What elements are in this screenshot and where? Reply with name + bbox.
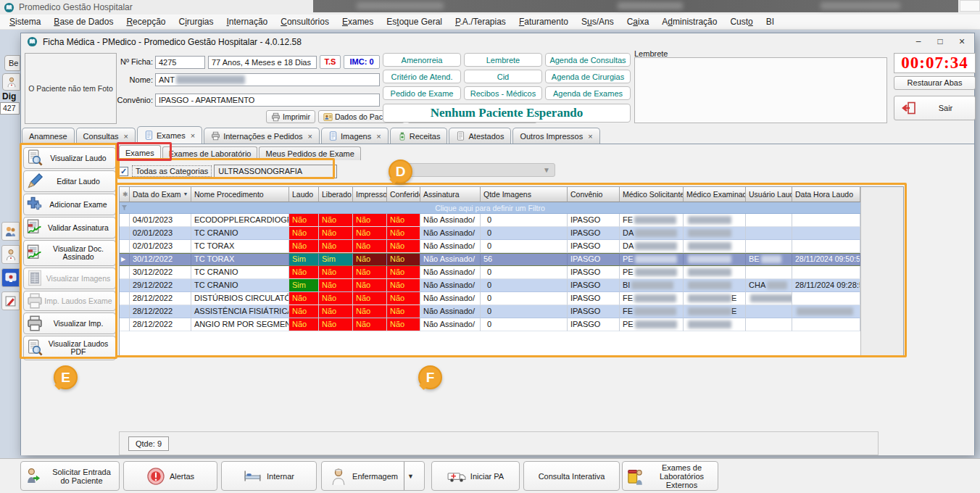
restore-tabs-button[interactable]: Restaurar Abas (894, 76, 976, 90)
column-header-qtde-imagens[interactable]: Qtde Imagens (481, 187, 568, 202)
cell-laudo[interactable]: Não (289, 214, 319, 227)
cell-qtde-imagens[interactable]: 0 (481, 318, 568, 331)
column-header-impresso[interactable]: Impresso (353, 187, 387, 202)
quick-button-recibos-medicos[interactable]: Recibos - Médicos (464, 86, 542, 100)
quick-button-agenda-de-exames[interactable]: Agenda de Exames (545, 86, 631, 100)
cell-procedimento[interactable]: TC CRANIO (191, 227, 289, 240)
cell-qtde-imagens[interactable]: 0 (481, 292, 568, 305)
cell-conferido[interactable]: Não (387, 292, 420, 305)
action-imprimir[interactable]: Imprimir (266, 110, 315, 123)
background-toolbar-button[interactable] (1, 245, 20, 264)
lembrete-box[interactable] (634, 57, 887, 123)
column-header-conferido[interactable]: Conferido (387, 187, 420, 202)
cell-impresso[interactable]: Não (353, 318, 387, 331)
row-indicator[interactable] (120, 279, 130, 292)
quick-button-amenorreia[interactable]: Amenorreia (383, 53, 461, 67)
row-indicator[interactable] (120, 227, 130, 240)
cell-qtde-imagens[interactable]: 0 (481, 227, 568, 240)
cell-procedimento[interactable]: ECODOPPLERCARDIOGRAMA (191, 214, 289, 227)
nome-field[interactable]: ANT (155, 73, 380, 86)
cell-data-hora-laudo[interactable] (792, 266, 860, 279)
button-internar[interactable]: Internar (221, 461, 317, 491)
cell-laudo[interactable]: Não (289, 292, 319, 305)
cell-medico-examinador[interactable] (684, 253, 746, 266)
close-tab-icon[interactable]: × (124, 132, 128, 141)
column-header-indicator[interactable]: ✱ (120, 187, 130, 202)
convenio-field[interactable]: IPASGO - APARTAMENTO (155, 94, 380, 107)
cell-data-exame[interactable]: 28/12/2022 (130, 305, 191, 318)
cell-assinatura[interactable]: Não Assinado/ (420, 318, 481, 331)
button-enfermagem[interactable]: Enfermagem▼ (321, 461, 425, 491)
subtab-exames-de-laboratorio[interactable]: Exames de Laboratório (162, 146, 258, 160)
cell-procedimento[interactable]: DISTÚRBIOS CIRCULATÓRIOS (191, 292, 289, 305)
cell-laudo[interactable]: Não (289, 227, 319, 240)
cell-data-hora-laudo[interactable] (792, 305, 860, 318)
titlebar-corner-button[interactable] (960, 0, 980, 12)
row-indicator[interactable]: ▶ (120, 253, 130, 266)
cell-conferido[interactable]: Não (387, 305, 420, 318)
cell-usuario-laudo[interactable] (746, 240, 792, 253)
menu-item-administracao[interactable]: Administração (655, 14, 723, 29)
cell-medico-examinador[interactable] (684, 279, 746, 292)
sidebar-button-visualizar-laudo[interactable]: Visualizar Laudo (23, 147, 116, 169)
cell-data-exame[interactable]: 29/12/2022 (130, 279, 191, 292)
cell-laudo[interactable]: Sim (289, 253, 319, 266)
cell-impresso[interactable]: Não (353, 266, 387, 279)
close-tab-icon[interactable]: × (308, 132, 312, 141)
cell-liberado[interactable]: Não (319, 279, 353, 292)
imc-badge[interactable]: IMC: 0 (344, 55, 380, 69)
exit-button[interactable]: Sair (894, 96, 976, 120)
menu-item-consultorios[interactable]: Consultórios (274, 14, 336, 29)
cell-liberado[interactable]: Não (319, 305, 353, 318)
row-indicator[interactable] (120, 214, 130, 227)
background-tab-patient[interactable] (2, 73, 20, 91)
cell-convenio[interactable]: IPASGO (568, 305, 620, 318)
menu-item-exames[interactable]: Exames (336, 14, 380, 29)
column-header-usuario-laudo[interactable]: Usuário Laudo (746, 187, 792, 202)
column-header-assinatura[interactable]: Assinatura (420, 187, 481, 202)
row-indicator[interactable] (120, 240, 130, 253)
cell-procedimento[interactable]: ANGIO RM POR SEGMENTO (191, 318, 289, 331)
subtab-meus-pedidos-de-exame[interactable]: Meus Pedidos de Exame (259, 146, 360, 160)
menu-item-sus-ans[interactable]: Sus/Ans (575, 14, 620, 29)
sidebar-button-validar-assinatura[interactable]: Validar Assinatura (23, 217, 116, 239)
column-header-medico-solicitante[interactable]: Médico Solicitante (620, 187, 684, 202)
tab-consultas[interactable]: Consultas× (76, 128, 136, 144)
column-header-data-do-exam[interactable]: Data do Exam▼ (130, 187, 191, 202)
button-iniciar-pa[interactable]: Iniciar PA (431, 461, 520, 491)
cell-usuario-laudo[interactable]: CHA (746, 279, 792, 292)
cell-laudo[interactable]: Não (289, 240, 319, 253)
cell-procedimento[interactable]: ASSISTÊNCIA FISIÁTRICA (191, 305, 289, 318)
cell-medico-solicitante[interactable]: FE (620, 292, 684, 305)
cell-procedimento[interactable]: TC TORAX (191, 253, 289, 266)
cell-usuario-laudo[interactable] (746, 305, 792, 318)
cell-laudo[interactable]: Sim (289, 279, 319, 292)
cell-laudo[interactable]: Não (289, 305, 319, 318)
cell-impresso[interactable]: Não (353, 253, 387, 266)
cell-conferido[interactable]: Não (387, 253, 420, 266)
menu-item-sistema[interactable]: Sistema (3, 14, 47, 29)
menu-item-internacao[interactable]: Internação (220, 14, 275, 29)
quick-button-cid[interactable]: Cid (464, 70, 542, 83)
sidebar-button-adicionar-exame[interactable]: Adicionar Exame (23, 194, 116, 215)
cell-medico-solicitante[interactable]: PE (620, 266, 684, 279)
cell-data-hora-laudo[interactable] (792, 240, 860, 253)
column-header-convenio[interactable]: Convênio (568, 187, 620, 202)
cell-usuario-laudo[interactable] (746, 318, 792, 331)
sidebar-button-editar-laudo[interactable]: Editar Laudo (23, 170, 116, 192)
cell-liberado[interactable]: Não (319, 318, 353, 331)
cell-medico-examinador[interactable] (684, 240, 746, 253)
background-tab[interactable]: Be (4, 55, 20, 71)
cell-conferido[interactable]: Não (387, 318, 420, 331)
cell-impresso[interactable]: Não (353, 305, 387, 318)
window-titlebar[interactable]: Ficha Médica - PMedico - Promedico Gestã… (21, 33, 974, 50)
cell-medico-examinador[interactable] (684, 318, 746, 331)
cell-convenio[interactable]: IPASGO (568, 240, 620, 253)
cell-data-hora-laudo[interactable]: 28/11/2024 09:50:55 (792, 253, 860, 266)
cell-usuario-laudo[interactable] (746, 266, 792, 279)
cell-convenio[interactable]: IPASGO (568, 214, 620, 227)
button-consulta-interativa[interactable]: Consulta Interativa (523, 461, 620, 491)
cell-assinatura[interactable]: Não Assinado/ (420, 279, 481, 292)
cell-liberado[interactable]: Sim (319, 253, 353, 266)
cell-convenio[interactable]: IPASGO (568, 318, 620, 331)
